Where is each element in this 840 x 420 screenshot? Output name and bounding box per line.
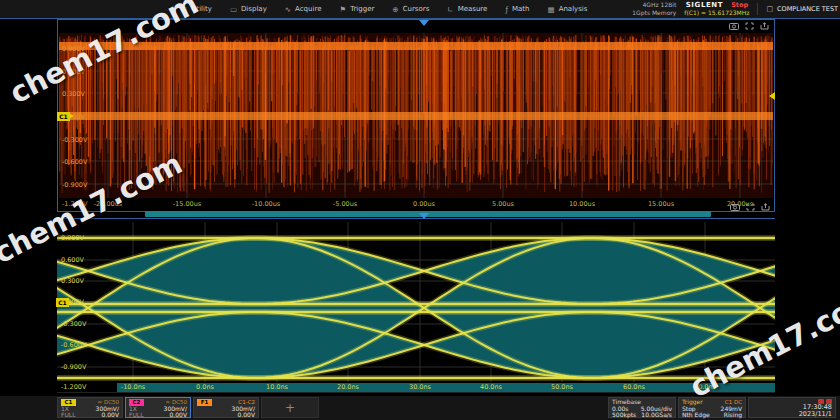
- timebase-samplerate: 10.0GSa/s: [641, 412, 672, 418]
- camera-icon[interactable]: [730, 203, 740, 211]
- bandwidth-label: 4GHz 12Bit: [643, 1, 677, 9]
- function-f1-box[interactable]: F1C1-C2 300mV/ 0.00V: [193, 397, 259, 418]
- t-axis-label: 20.0ns: [324, 383, 372, 391]
- f1-offset: 0.00V: [238, 412, 255, 418]
- v-axis-label: -0.600V: [62, 158, 87, 166]
- v-axis-label: -1.200V: [61, 383, 86, 391]
- fullscreen-icon[interactable]: [745, 22, 754, 30]
- t-axis-label: 10.0ns: [253, 383, 301, 391]
- grid-divider: [57, 218, 775, 219]
- t-axis-label: 0.00us: [400, 200, 448, 208]
- t-axis-label: 60.0ns: [610, 383, 658, 391]
- clock-box[interactable]: 17:30:48 2023/11/1: [748, 397, 836, 418]
- c1-waveform[interactable]: [59, 33, 773, 198]
- menu-bar: ⊞Utility ▭Display ∿Acquire ⚑Trigger ⊕Cur…: [0, 0, 840, 19]
- menu-label: Math: [512, 5, 530, 13]
- analysis-icon: ▦: [548, 5, 555, 14]
- t-axis-label: 0.0ns: [181, 383, 229, 391]
- acquire-icon: ∿: [285, 5, 291, 14]
- cursors-icon: ⊕: [392, 5, 398, 14]
- t-axis-label: -10.00us: [242, 200, 290, 208]
- export-icon[interactable]: [760, 22, 769, 30]
- menu-item-measure[interactable]: ∟Measure: [438, 0, 496, 18]
- v-axis-label: 0.600V: [62, 68, 85, 76]
- compliance-test-badge[interactable]: □ COMPLIANCE TEST: [766, 5, 838, 13]
- memory-label: 1Gpts Memory: [632, 9, 676, 17]
- trigger-flag-icon: ⚑: [339, 5, 346, 14]
- v-axis-label: 0.300V: [62, 90, 85, 98]
- t-axis-label: 15.00us: [637, 200, 685, 208]
- c2-offset: 0.00V: [170, 412, 187, 418]
- utility-icon: ⊞: [181, 5, 187, 14]
- eye-diagram-grid[interactable]: 0.900V 0.600V 0.300V 0.000V -0.300V -0.6…: [57, 222, 775, 393]
- plus-icon: +: [285, 401, 295, 415]
- menu-label: Display: [241, 5, 267, 13]
- v-axis-label: -0.600V: [61, 341, 86, 349]
- acquisition-info: 4GHz 12Bit 1Gpts Memory: [632, 1, 676, 17]
- channel-c1-box[interactable]: C1≈ DC50 1X300mV/ FULL0.00V: [57, 397, 123, 418]
- frequency-counter: f(C1) = 15.61723MHz: [684, 9, 749, 17]
- c1-level-marker[interactable]: C1: [57, 112, 70, 121]
- oscilloscope-screen: ⊞Utility ▭Display ∿Acquire ⚑Trigger ⊕Cur…: [0, 0, 840, 420]
- v-axis-label: -0.300V: [61, 320, 86, 328]
- window-icon: □: [766, 5, 773, 13]
- t-axis-label: 5.00us: [479, 200, 527, 208]
- menu-item-cursors[interactable]: ⊕Cursors: [383, 0, 438, 18]
- t-axis-label: -10.0ns: [109, 383, 157, 391]
- menu-item-acquire[interactable]: ∿Acquire: [276, 0, 331, 18]
- timebase-box[interactable]: Timebase 0.00s5.00us/div 500kpts10.0GSa/…: [608, 397, 676, 418]
- v-axis-label: -0.300V: [62, 136, 87, 144]
- menu-label: Cursors: [403, 5, 430, 13]
- trigger-position-marker[interactable]: [419, 20, 429, 26]
- main-waveform-grid[interactable]: 0.900V 0.600V 0.300V 0.000V -0.300V -0.6…: [57, 19, 775, 212]
- add-channel-button[interactable]: +: [261, 397, 319, 418]
- f1-chip[interactable]: F1: [197, 399, 212, 406]
- fullscreen-icon[interactable]: [746, 203, 755, 211]
- menu-item-display[interactable]: ▭Display: [221, 0, 276, 18]
- menu-item-utility[interactable]: ⊞Utility: [172, 0, 221, 18]
- menu-label: Analysis: [559, 5, 588, 13]
- t-axis-label: -20.00us: [84, 200, 132, 208]
- export-icon[interactable]: [761, 203, 770, 211]
- timebase-points: 500kpts: [612, 412, 636, 418]
- channel-c2-box[interactable]: C2≈ DC50 1X300mV/ FULL0.00V: [125, 397, 191, 418]
- v-axis-label: -0.900V: [62, 181, 87, 189]
- menu-label: Measure: [458, 5, 488, 13]
- menu-item-trigger[interactable]: ⚑Trigger: [330, 0, 383, 18]
- t-axis-label: 10.00us: [558, 200, 606, 208]
- display-icon: ▭: [230, 5, 237, 14]
- trigger-type: Nth Edge: [682, 412, 710, 418]
- trigger-level-marker[interactable]: [769, 92, 775, 100]
- brand-logo: SIGLENT: [686, 1, 723, 9]
- t-axis-label: -5.00us: [321, 200, 369, 208]
- measure-icon: ∟: [447, 5, 453, 14]
- status-bar: C1≈ DC50 1X300mV/ FULL0.00V C2≈ DC50 1X3…: [0, 396, 840, 420]
- eye-trigger-position-marker[interactable]: [419, 213, 429, 219]
- menu-label: Acquire: [295, 5, 321, 13]
- menu-label: Utility: [191, 5, 212, 13]
- v-axis-label: 0.900V: [62, 45, 85, 53]
- date-display: 2023/11/1: [799, 411, 832, 418]
- menu-item-analysis[interactable]: ▦Analysis: [539, 0, 597, 18]
- acq-state-badge[interactable]: Stop: [731, 1, 748, 9]
- v-axis-label: 0.600V: [61, 256, 84, 264]
- c2-bandwidth: FULL: [129, 412, 144, 418]
- camera-icon[interactable]: [729, 22, 739, 30]
- t-axis-label: -15.00us: [163, 200, 211, 208]
- c1-offset: 0.00V: [102, 412, 119, 418]
- c1-level-marker[interactable]: C1: [56, 298, 69, 307]
- t-axis-label: 50.0ns: [538, 383, 586, 391]
- trigger-box[interactable]: TriggerC1 DC Stop249mV Nth EdgeRising: [678, 397, 746, 418]
- v-axis-label: -0.900V: [61, 363, 86, 371]
- v-axis-label: 0.300V: [61, 277, 84, 285]
- math-icon: ƒ: [505, 5, 508, 14]
- menu-label: Trigger: [350, 5, 374, 13]
- t-axis-label: 70.0ns: [681, 383, 729, 391]
- c1-bandwidth: FULL: [61, 412, 76, 418]
- trigger-slope: Rising: [724, 412, 742, 418]
- separator: [757, 3, 758, 15]
- t-axis-label: 40.0ns: [467, 383, 515, 391]
- menu-item-math[interactable]: ƒMath: [496, 0, 538, 18]
- compliance-label: COMPLIANCE TEST: [777, 5, 838, 13]
- eye-diagram-waveform[interactable]: [57, 222, 775, 392]
